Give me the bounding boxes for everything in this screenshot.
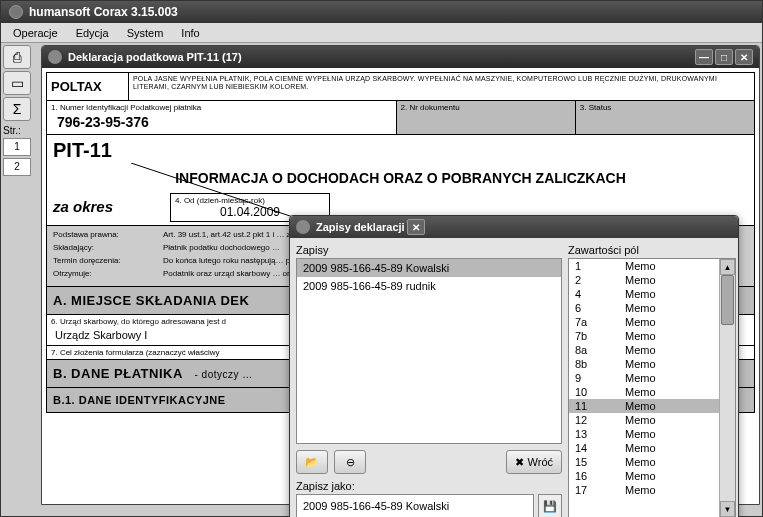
field-value: Memo [625,442,713,454]
save-button[interactable]: 💾 [538,494,562,517]
status-cell: 3. Status [575,101,754,134]
field-value: Memo [625,470,713,482]
delete-button[interactable]: ⊖ [334,450,366,474]
field-row[interactable]: 1Memo [569,259,719,273]
field-row[interactable]: 2Memo [569,273,719,287]
app-body: ⎙ ▭ Σ Str.: 1 2 Deklaracja podatkowa PIT… [1,43,762,516]
menu-operacje[interactable]: Operacje [5,25,66,41]
minimize-button[interactable]: — [695,49,713,65]
field-value: Memo [625,456,713,468]
field-value: Memo [625,260,713,272]
fields-label: Zawartości pól [568,244,736,256]
field-row[interactable]: 17Memo [569,483,719,497]
field-row[interactable]: 16Memo [569,469,719,483]
field-number: 13 [575,428,625,440]
field-row[interactable]: 7bMemo [569,329,719,343]
menu-system[interactable]: System [119,25,172,41]
field-number: 12 [575,414,625,426]
field-row[interactable]: 15Memo [569,455,719,469]
field-row[interactable]: 4Memo [569,287,719,301]
save-as-input[interactable] [296,494,534,517]
field-row[interactable]: 14Memo [569,441,719,455]
field-row[interactable]: 13Memo [569,427,719,441]
field-number: 4 [575,288,625,300]
dialog-title: Zapisy deklaracji [316,221,405,233]
field-row[interactable]: 10Memo [569,385,719,399]
back-button[interactable]: ✖Wróć [506,450,562,474]
app-menubar: Operacje Edycja System Info [1,23,762,43]
okres-sublabel: 4. Od (dzień-miesiąc-rok) [175,196,325,205]
field-number: 7a [575,316,625,328]
fields-scrollbar[interactable]: ▲ ▼ [719,259,735,517]
field-row[interactable]: 9Memo [569,371,719,385]
app-icon [9,5,23,19]
nip-label: 1. Numer Identyfikacji Podatkowej płatni… [51,103,392,112]
page-btn-2[interactable]: 2 [3,158,31,176]
field-value: Memo [625,414,713,426]
field-row[interactable]: 11Memo [569,399,719,413]
entries-label: Zapisy [296,244,562,256]
scroll-thumb[interactable] [721,275,734,325]
page-btn-1[interactable]: 1 [3,138,31,156]
legal-k4: Otrzymuje: [53,269,163,278]
left-toolbar: ⎙ ▭ Σ Str.: 1 2 [3,45,37,176]
legal-k3: Termin doręczenia: [53,256,163,265]
menu-info[interactable]: Info [173,25,207,41]
field-number: 9 [575,372,625,384]
toolbar-btn-1[interactable]: ⎙ [3,45,31,69]
field-value: Memo [625,274,713,286]
section-b-title: B. DANE PŁATNIKA [53,366,182,381]
field-number: 10 [575,386,625,398]
maximize-button[interactable]: □ [715,49,733,65]
nip-value: 796-23-95-376 [51,112,392,132]
field-row[interactable]: 7aMemo [569,315,719,329]
field-row[interactable]: 8bMemo [569,357,719,371]
printer-icon: ⎙ [13,49,21,65]
field-number: 16 [575,470,625,482]
field-row[interactable]: 6Memo [569,301,719,315]
page-label: Str.: [3,125,37,136]
entry-item[interactable]: 2009 985-166-45-89 Kowalski [297,259,561,277]
save-as-label: Zapisz jako: [296,480,562,492]
fields-listbox[interactable]: 1Memo2Memo4Memo6Memo7aMemo7bMemo8aMemo8b… [568,258,736,517]
scroll-down-icon[interactable]: ▼ [720,501,735,517]
app-title: humansoft Corax 3.15.003 [29,5,178,19]
field-number: 1 [575,260,625,272]
field-value: Memo [625,372,713,384]
scroll-up-icon[interactable]: ▲ [720,259,735,275]
disk-icon: 💾 [543,500,557,513]
dialog-close-button[interactable]: ✕ [407,219,425,235]
field-value: Memo [625,428,713,440]
declaration-title: Deklaracja podatkowa PIT-11 (17) [68,51,242,63]
declaration-icon [48,50,62,64]
okres-label: za okres [47,190,167,225]
pit-code: PIT-11 [46,135,755,166]
poltax-label: POLTAX [47,73,129,100]
toolbar-btn-2[interactable]: ▭ [3,71,31,95]
open-folder-button[interactable]: 📂 [296,450,328,474]
field-value: Memo [625,288,713,300]
field-value: Memo [625,302,713,314]
menu-edycja[interactable]: Edycja [68,25,117,41]
field-number: 11 [575,400,625,412]
app-window: humansoft Corax 3.15.003 Operacje Edycja… [0,0,763,517]
section-b-sub: - dotyczy … [194,369,252,380]
entry-item[interactable]: 2009 985-166-45-89 rudnik [297,277,561,295]
field-value: Memo [625,400,713,412]
field-number: 14 [575,442,625,454]
cancel-icon: ✖ [515,456,524,469]
toolbar-btn-3[interactable]: Σ [3,97,31,121]
field-number: 2 [575,274,625,286]
nr-dokumentu-cell: 2. Nr dokumentu [396,101,575,134]
form-instruction: POLA JASNE WYPEŁNIA PŁATNIK, POLA CIEMNE… [129,73,754,100]
entries-dialog: Zapisy deklaracji ✕ Zapisy 2009 985-166-… [289,215,739,517]
entries-listbox[interactable]: 2009 985-166-45-89 Kowalski2009 985-166-… [296,258,562,444]
field-value: Memo [625,344,713,356]
field-row[interactable]: 12Memo [569,413,719,427]
close-button[interactable]: ✕ [735,49,753,65]
field-number: 6 [575,302,625,314]
legal-k2: Składający: [53,243,163,252]
field-row[interactable]: 8aMemo [569,343,719,357]
sum-icon: Σ [13,101,22,117]
field-number: 8b [575,358,625,370]
